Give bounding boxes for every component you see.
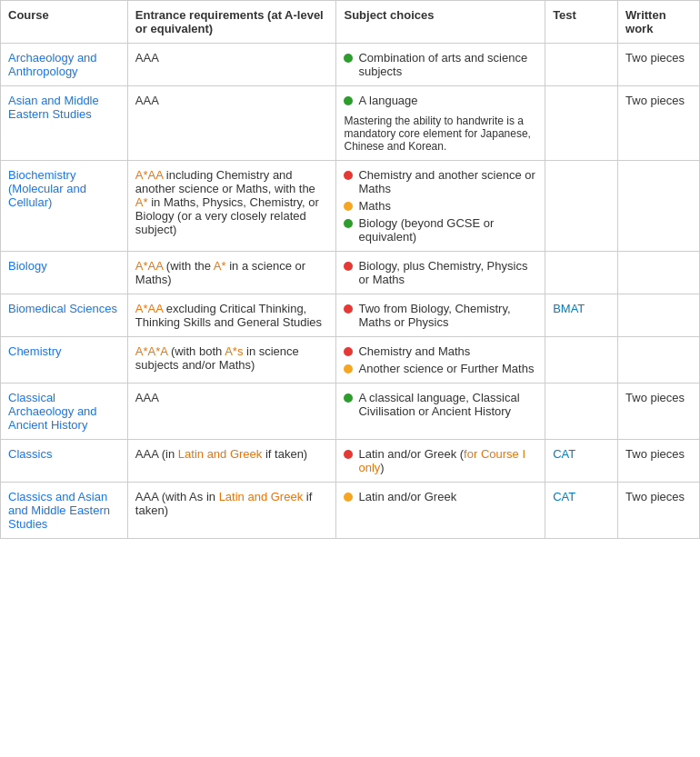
table-row: Classics and Asian and Middle Eastern St… [1, 483, 700, 539]
test-link[interactable]: BMAT [553, 302, 585, 315]
written-cell [618, 161, 700, 252]
table-row: Biochemistry (Molecular and Cellular)A*A… [1, 161, 700, 252]
subject-item: Two from Biology, Chemistry, Maths or Ph… [344, 302, 537, 329]
entrance-cell: AAA (with As in Latin and Greek if taken… [127, 483, 336, 539]
subject-cell: Chemistry and Maths Another science or F… [336, 337, 545, 383]
entrance-cell: A*AA including Chemistry and another sci… [127, 161, 336, 252]
subject-text: Chemistry and Maths [358, 344, 470, 358]
subject-cell: A classical language, Classical Civilisa… [336, 383, 545, 440]
subject-cell: Biology, plus Chemistry, Physics or Math… [336, 252, 545, 294]
table-row: ChemistryA*A*A (with both A*s in science… [1, 337, 700, 383]
test-cell [545, 44, 618, 86]
entrance-cell: A*AA (with the A* in a science or Maths) [127, 252, 336, 294]
subject-cell: Latin and/or Greek [336, 483, 545, 539]
course-link[interactable]: Classical Archaeology and Ancient Histor… [8, 391, 97, 432]
entrance-text: AAA [135, 51, 159, 65]
highlight: A*AA [135, 302, 163, 315]
course-link[interactable]: Biomedical Sciences [8, 302, 117, 315]
course-cell: Chemistry [1, 337, 128, 383]
highlight: A*A*A [135, 344, 167, 358]
test-link[interactable]: CAT [553, 490, 575, 503]
course-link[interactable]: Classics and Asian and Middle Eastern St… [8, 490, 110, 531]
written-cell: Two pieces [618, 44, 700, 86]
written-value: Two pieces [625, 94, 685, 107]
written-cell: Two pieces [618, 440, 700, 483]
note-text: Mastering the ability to handwrite is a … [344, 115, 537, 153]
course-link[interactable]: Chemistry [8, 344, 62, 358]
entrance-text: AAA (with As in Latin and Greek if taken… [135, 490, 312, 517]
dot-icon [344, 450, 353, 459]
course-link[interactable]: Biology [8, 259, 47, 273]
header-written: Written work [618, 1, 700, 44]
subject-item: Biology (beyond GCSE or equivalent) [344, 216, 537, 244]
subject-text: Chemistry and another science or Maths [358, 168, 537, 195]
dot-icon [344, 219, 353, 228]
subject-item: Chemistry and Maths [344, 344, 537, 358]
subject-cell: Chemistry and another science or Maths M… [336, 161, 545, 252]
table-row: Classical Archaeology and Ancient Histor… [1, 383, 700, 440]
table-row: ClassicsAAA (in Latin and Greek if taken… [1, 440, 700, 483]
subject-text: Latin and/or Greek [358, 490, 456, 503]
header-course: Course [1, 1, 128, 44]
requirements-table: Course Entrance requirements (at A-level… [0, 0, 700, 539]
written-value: Two pieces [625, 51, 685, 65]
subject-text: A language [358, 94, 417, 107]
test-cell [545, 252, 618, 294]
test-link[interactable]: CAT [553, 447, 575, 461]
subject-text: Two from Biology, Chemistry, Maths or Ph… [358, 302, 537, 329]
dot-icon [344, 347, 353, 356]
subject-item: A classical language, Classical Civilisa… [344, 391, 537, 418]
test-cell [545, 161, 618, 252]
entrance-cell: AAA (in Latin and Greek if taken) [127, 440, 336, 483]
dot-icon [344, 171, 353, 180]
subject-item: Latin and/or Greek [344, 490, 537, 503]
course-link[interactable]: Archaeology and Anthropology [8, 51, 97, 78]
course-link[interactable]: Classics [8, 447, 52, 461]
course-cell: Biomedical Sciences [1, 294, 128, 337]
dot-icon [344, 262, 353, 271]
course-cell: Biology [1, 252, 128, 294]
subject-item: Latin and/or Greek (for Course I only) [344, 447, 537, 474]
written-cell: Two pieces [618, 383, 700, 440]
written-value: Two pieces [625, 447, 685, 461]
test-cell: CAT [545, 483, 618, 539]
entrance-text: AAA [135, 94, 159, 107]
written-cell [618, 294, 700, 337]
test-cell: CAT [545, 440, 618, 483]
written-cell: Two pieces [618, 483, 700, 539]
subject-cell: Latin and/or Greek (for Course I only) [336, 440, 545, 483]
written-value: Two pieces [625, 391, 685, 404]
course-cell: Classics [1, 440, 128, 483]
course-cell: Classical Archaeology and Ancient Histor… [1, 383, 128, 440]
dot-icon [344, 202, 353, 211]
subject-text: Biology (beyond GCSE or equivalent) [358, 216, 537, 244]
highlight: A*AA [135, 259, 163, 273]
subject-item: Biology, plus Chemistry, Physics or Math… [344, 259, 537, 286]
subject-text: A classical language, Classical Civilisa… [358, 391, 537, 418]
highlight: A* [135, 168, 148, 182]
dot-icon [344, 96, 353, 105]
table-row: Asian and Middle Eastern StudiesAAA A la… [1, 86, 700, 161]
subject-item: Another science or Further Maths [344, 362, 537, 375]
written-cell [618, 337, 700, 383]
header-test: Test [545, 1, 618, 44]
entrance-cell: AAA [127, 383, 336, 440]
highlight: A* [214, 259, 226, 273]
entrance-text: A*AA excluding Critical Thinking, Thinki… [135, 302, 322, 329]
highlight: Latin and Greek [219, 490, 304, 503]
test-cell: BMAT [545, 294, 618, 337]
dot-icon [344, 364, 353, 374]
written-cell: Two pieces [618, 86, 700, 161]
highlight: for Course I only [358, 447, 525, 474]
test-cell [545, 337, 618, 383]
table-row: Biomedical SciencesA*AA excluding Critic… [1, 294, 700, 337]
entrance-cell: A*A*A (with both A*s in science subjects… [127, 337, 336, 383]
dot-icon [344, 304, 353, 314]
entrance-text: A*AA (with the A* in a science or Maths) [135, 259, 305, 286]
course-link[interactable]: Biochemistry (Molecular and Cellular) [8, 168, 86, 209]
course-link[interactable]: Asian and Middle Eastern Studies [8, 94, 99, 121]
subject-item: Chemistry and another science or Maths [344, 168, 537, 195]
dot-icon [344, 493, 353, 502]
subject-text: Biology, plus Chemistry, Physics or Math… [358, 259, 537, 286]
entrance-cell: A*AA excluding Critical Thinking, Thinki… [127, 294, 336, 337]
